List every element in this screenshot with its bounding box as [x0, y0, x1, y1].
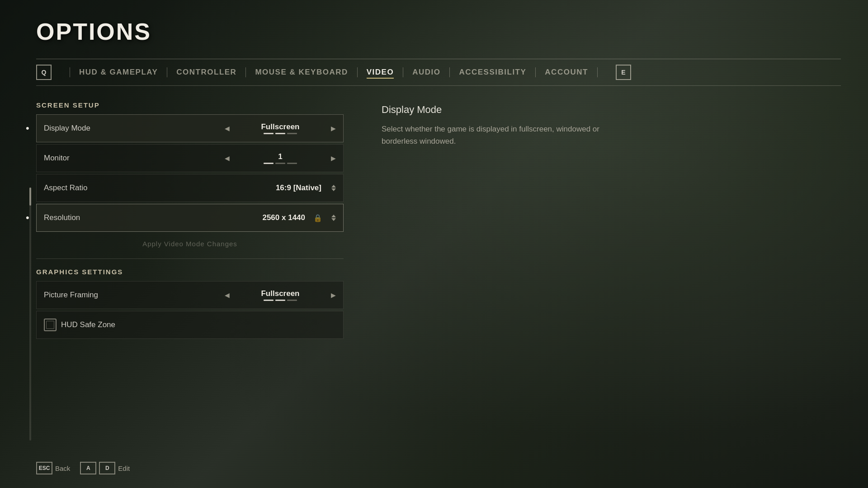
pf-dot-3: [287, 300, 297, 301]
dot-3: [287, 133, 297, 134]
nav-divider-6: [535, 67, 536, 77]
monitor-right-arrow[interactable]: ▶: [331, 155, 336, 162]
page-title: OPTIONS: [36, 18, 841, 45]
esc-key-label: Back: [55, 465, 70, 472]
display-mode-left-arrow[interactable]: ◀: [225, 125, 230, 132]
aspect-ratio-down[interactable]: [331, 188, 336, 191]
picture-framing-label: Picture Framing: [44, 291, 225, 300]
screen-setup-title: SCREEN SETUP: [36, 101, 344, 109]
ad-key-label: Edit: [118, 465, 130, 472]
aspect-ratio-label: Aspect Ratio: [44, 183, 222, 192]
a-key-badge: A: [80, 462, 96, 474]
resolution-spinner[interactable]: [331, 215, 336, 221]
resolution-up[interactable]: [331, 215, 336, 217]
scrollbar-thumb[interactable]: [29, 188, 31, 206]
nav-left-key[interactable]: Q: [36, 65, 52, 80]
info-panel: Display Mode Select whether the game is …: [382, 99, 841, 352]
picture-framing-value: Fullscreen: [235, 289, 326, 298]
monitor-dot-2: [275, 163, 285, 164]
monitor-dots: [264, 163, 297, 164]
resolution-control: 2560 x 1440 🔒: [224, 213, 336, 222]
sidebar-item-video[interactable]: VIDEO: [367, 66, 394, 79]
bottom-bar: ESC Back A D Edit: [36, 462, 137, 474]
sidebar-item-accessibility[interactable]: ACCESSIBILITY: [459, 66, 526, 79]
sidebar-item-audio[interactable]: AUDIO: [412, 66, 440, 79]
d-key-badge: D: [99, 462, 115, 474]
pf-dot-2: [275, 300, 285, 301]
main-layout: SCREEN SETUP Display Mode ◀ Fullscreen ▶: [36, 99, 841, 352]
resolution-down[interactable]: [331, 218, 336, 221]
display-mode-label: Display Mode: [44, 124, 225, 133]
picture-framing-control: ◀ Fullscreen ▶: [225, 289, 336, 301]
dot-2: [275, 133, 285, 134]
info-panel-description: Select whether the game is displayed in …: [382, 123, 617, 147]
nav-divider-5: [449, 67, 450, 77]
pf-dot-1: [264, 300, 274, 301]
sidebar-item-account[interactable]: ACCOUNT: [545, 66, 588, 79]
nav-divider-2: [245, 67, 246, 77]
nav-right-key[interactable]: E: [616, 65, 631, 80]
monitor-value-group: 1: [235, 152, 326, 164]
picture-framing-right-arrow[interactable]: ▶: [331, 291, 336, 299]
scrollbar[interactable]: [29, 188, 31, 441]
nav-divider-1: [167, 67, 167, 77]
nav-divider-left: [70, 67, 70, 77]
graphics-title: GRAPHICS SETTINGS: [36, 268, 344, 276]
info-panel-title: Display Mode: [382, 104, 841, 116]
aspect-ratio-value: 16:9 [Native]: [222, 183, 321, 192]
apply-video-button[interactable]: Apply Video Mode Changes: [142, 240, 237, 248]
display-mode-right-arrow[interactable]: ▶: [331, 125, 336, 132]
hud-safe-zone-icon: [44, 319, 57, 331]
display-mode-control: ◀ Fullscreen ▶: [225, 122, 336, 134]
main-content: OPTIONS Q HUD & GAMEPLAY CONTROLLER MOUS…: [0, 0, 868, 371]
nav-divider-right: [597, 67, 598, 77]
picture-framing-left-arrow[interactable]: ◀: [225, 291, 230, 299]
monitor-dot-1: [264, 163, 274, 164]
nav-bar: Q HUD & GAMEPLAY CONTROLLER MOUSE & KEYB…: [36, 59, 841, 86]
aspect-ratio-row[interactable]: Aspect Ratio 16:9 [Native]: [36, 174, 344, 202]
dot-1: [264, 133, 274, 134]
display-mode-row[interactable]: Display Mode ◀ Fullscreen ▶: [36, 114, 344, 142]
resolution-row[interactable]: Resolution 2560 x 1440 🔒: [36, 204, 344, 232]
aspect-ratio-control: 16:9 [Native]: [222, 183, 336, 192]
monitor-left-arrow[interactable]: ◀: [225, 155, 230, 162]
monitor-row[interactable]: Monitor ◀ 1 ▶: [36, 144, 344, 172]
aspect-ratio-up[interactable]: [331, 185, 336, 188]
monitor-dot-3: [287, 163, 297, 164]
monitor-label: Monitor: [44, 154, 225, 163]
left-panel: SCREEN SETUP Display Mode ◀ Fullscreen ▶: [36, 99, 344, 352]
sidebar-item-hud[interactable]: HUD & GAMEPLAY: [79, 66, 158, 79]
picture-framing-value-group: Fullscreen: [235, 289, 326, 301]
resolution-value: 2560 x 1440: [224, 213, 305, 222]
monitor-control: ◀ 1 ▶: [225, 152, 336, 164]
display-mode-dots: [264, 133, 297, 134]
nav-divider-3: [357, 67, 358, 77]
resolution-label: Resolution: [44, 213, 224, 222]
resolution-lock-icon: 🔒: [313, 214, 322, 222]
nav-divider-4: [403, 67, 403, 77]
hud-safe-zone-label: HUD Safe Zone: [61, 320, 115, 329]
monitor-value: 1: [235, 152, 326, 161]
hud-safe-zone-content: HUD Safe Zone: [44, 319, 115, 331]
picture-framing-row[interactable]: Picture Framing ◀ Fullscreen ▶: [36, 281, 344, 309]
display-mode-value: Fullscreen: [235, 122, 326, 131]
apply-button-row: Apply Video Mode Changes: [36, 234, 344, 259]
hud-safe-zone-row[interactable]: HUD Safe Zone: [36, 311, 344, 339]
esc-key-badge: ESC: [36, 462, 52, 474]
aspect-ratio-spinner[interactable]: [331, 185, 336, 191]
display-mode-value-group: Fullscreen: [235, 122, 326, 134]
sidebar-item-mouse[interactable]: MOUSE & KEYBOARD: [255, 66, 348, 79]
picture-framing-dots: [264, 300, 297, 301]
sidebar-item-controller[interactable]: CONTROLLER: [176, 66, 236, 79]
